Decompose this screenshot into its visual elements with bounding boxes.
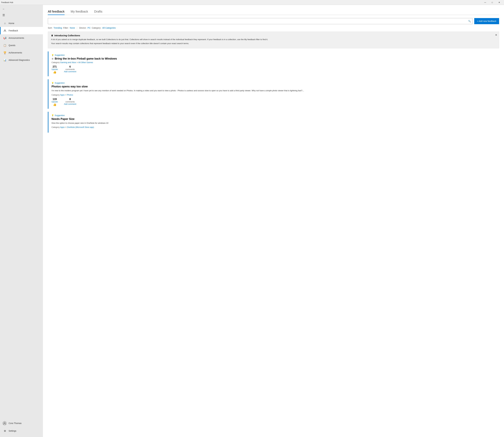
home-icon: ⌂ xyxy=(3,21,7,25)
upvote-count-photos: 119 xyxy=(52,98,57,101)
category-link-gaming[interactable]: Gaming and Xbox xyxy=(60,61,76,64)
tab-drafts[interactable]: Drafts xyxy=(94,9,102,15)
category-link-apps-photos[interactable]: Apps xyxy=(60,94,65,96)
title-bar: Feedback Hub — □ ✕ xyxy=(0,0,504,5)
category-label: Category: xyxy=(92,27,101,29)
device-value[interactable]: PC xyxy=(88,27,91,29)
sidebar-item-advanced-diagnostics-label: Advanced Diagnostics xyxy=(9,59,30,61)
avatar xyxy=(2,421,7,425)
upvote-thumb-photos[interactable]: 👍 xyxy=(53,103,56,106)
add-feedback-button[interactable]: + Add new feedback xyxy=(474,18,499,24)
banner-title-text: Introducing Collections xyxy=(54,34,80,37)
banner-close-button[interactable]: ✕ xyxy=(495,34,497,36)
sidebar-item-feedback[interactable]: Feedback xyxy=(0,27,43,34)
sidebar-item-home-label: Home xyxy=(9,22,14,24)
upvote-button-pinball[interactable]: Upvote xyxy=(51,68,58,70)
sidebar-nav: ⌂ Home Feedback 📢 Announcements xyxy=(0,20,43,418)
upvote-stat-pinball: 271 Upvote 👍 xyxy=(51,65,58,74)
user-profile-button[interactable]: Cora Thomas xyxy=(0,419,43,427)
feedback-type-label-paper-size: Suggestion xyxy=(55,114,65,117)
category-value[interactable]: All Categories xyxy=(102,27,116,29)
feedback-title-photos: Photos opens way too slow xyxy=(51,85,88,88)
comments-stat-pinball: 6 comments Add comment xyxy=(64,65,76,73)
filter-bar: Sort: Trending Filter: None | Device: PC… xyxy=(48,27,499,29)
banner-icon: 🖥 xyxy=(51,34,53,37)
settings-button[interactable]: ⚙ Settings xyxy=(0,427,43,435)
comments-label-photos: comments xyxy=(65,101,75,103)
back-button[interactable]: ← xyxy=(0,6,43,12)
suggestion-icon-pinball: 💡 xyxy=(51,54,54,56)
filter-value[interactable]: None xyxy=(70,27,75,29)
suggestion-icon-photos: 💡 xyxy=(51,82,54,84)
sidebar-item-feedback-label: Feedback xyxy=(9,30,18,32)
hamburger-icon: ☰ xyxy=(2,14,5,17)
feedback-item-paper-size: 💡 Suggestion Needs Paper Size Give the o… xyxy=(48,112,499,133)
feedback-type-paper-size: 💡 Suggestion xyxy=(51,114,496,117)
search-icon: 🔍 xyxy=(468,20,471,22)
feedback-actions-photos: 119 Upvote 👍 8 comments Add comment xyxy=(51,98,496,106)
sidebar-item-quests[interactable]: 📋 Quests xyxy=(0,42,43,49)
announcements-icon: 📢 xyxy=(3,36,7,40)
sidebar: ← ☰ ⌂ Home Feedback xyxy=(0,5,43,437)
close-button[interactable]: ✕ xyxy=(496,0,503,5)
category-prefix-pinball: Category xyxy=(51,61,60,64)
category-prefix-photos: Category xyxy=(51,94,60,96)
feedback-title-row-photos: Photos opens way too slow xyxy=(51,85,496,88)
feedback-icon xyxy=(3,29,7,32)
feedback-category-photos: Category Apps > Photos xyxy=(51,94,496,96)
tabs: All feedback My feedback Drafts xyxy=(48,9,499,15)
user-name: Cora Thomas xyxy=(9,422,22,425)
banner-text-1: A lot of you asked us to merge duplicate… xyxy=(51,38,496,41)
filter-label: Filter: xyxy=(63,27,69,29)
feedback-type-photos: 💡 Suggestion xyxy=(51,82,496,84)
device-label: Device: xyxy=(79,27,86,29)
feedback-category-paper-size: Category Apps > OneNote (Microsoft Store… xyxy=(51,126,496,128)
category-link-photos[interactable]: Photos xyxy=(67,94,73,96)
upvote-button-photos[interactable]: Upvote xyxy=(51,101,58,103)
feedback-item-photos: 💡 Suggestion Photos opens way too slow I… xyxy=(48,79,499,109)
filter-separator: | xyxy=(77,27,77,29)
feedback-type-label-photos: Suggestion xyxy=(55,82,65,84)
pinball-title-icon: 🖥 xyxy=(51,58,53,60)
svg-point-1 xyxy=(4,422,5,424)
sidebar-bottom: Cora Thomas ⚙ Settings xyxy=(0,418,43,436)
category-link-apps-paper-size[interactable]: Apps xyxy=(60,126,65,128)
sidebar-item-advanced-diagnostics[interactable]: 📊 Advanced Diagnostics xyxy=(0,56,43,64)
sidebar-item-achievements[interactable]: 🏆 Achievements xyxy=(0,49,43,56)
advanced-diagnostics-icon: 📊 xyxy=(3,58,7,62)
back-icon: ← xyxy=(2,8,5,10)
search-row: 🔍 + Add new feedback xyxy=(48,18,499,24)
sidebar-item-announcements-label: Announcements xyxy=(9,37,24,39)
sidebar-item-home[interactable]: ⌂ Home xyxy=(0,20,43,27)
sort-value[interactable]: Trending xyxy=(54,27,62,29)
upvote-thumb-pinball[interactable]: 👍 xyxy=(53,70,56,74)
tab-all-feedback[interactable]: All feedback xyxy=(48,9,64,15)
tab-my-feedback[interactable]: My feedback xyxy=(71,9,88,15)
feedback-type-pinball: 💡 Suggestion xyxy=(51,54,496,56)
feedback-actions-pinball: 271 Upvote 👍 6 comments Add comment xyxy=(51,65,496,74)
search-input[interactable] xyxy=(50,20,468,22)
upvote-count-pinball: 271 xyxy=(52,65,57,68)
comments-label-pinball: comments xyxy=(65,68,75,70)
add-comment-pinball[interactable]: Add comment xyxy=(64,70,76,73)
feedback-category-pinball: Category Gaming and Xbox > All Other Gam… xyxy=(51,61,496,64)
sidebar-item-quests-label: Quests xyxy=(9,44,15,47)
achievements-icon: 🏆 xyxy=(3,51,7,55)
settings-label: Settings xyxy=(9,430,16,432)
maximize-button[interactable]: □ xyxy=(489,0,496,5)
add-comment-photos[interactable]: Add comment xyxy=(64,103,76,105)
category-prefix-paper-size: Category xyxy=(51,126,60,128)
gear-icon: ⚙ xyxy=(3,429,7,433)
banner-title: 🖥 Introducing Collections xyxy=(51,34,496,37)
category-link-onenote[interactable]: OneNote (Microsoft Store app) xyxy=(67,126,94,128)
feedback-title-row-paper-size: Needs Paper Size xyxy=(51,118,496,121)
feedback-type-label-pinball: Suggestion xyxy=(55,54,65,56)
comments-stat-photos: 8 comments Add comment xyxy=(64,98,76,105)
sidebar-item-announcements[interactable]: 📢 Announcements xyxy=(0,34,43,42)
category-link-other-games[interactable]: All Other Games xyxy=(78,61,93,64)
minimize-button[interactable]: — xyxy=(482,0,489,5)
feedback-description-paper-size: Give the option to choose paper size in … xyxy=(51,122,496,125)
feedback-item-pinball: 💡 Suggestion 🖥 Bring the in-box Pinball … xyxy=(48,51,499,76)
hamburger-button[interactable]: ☰ xyxy=(0,12,43,18)
banner-text-2: Your search results may contain collecti… xyxy=(51,42,496,45)
